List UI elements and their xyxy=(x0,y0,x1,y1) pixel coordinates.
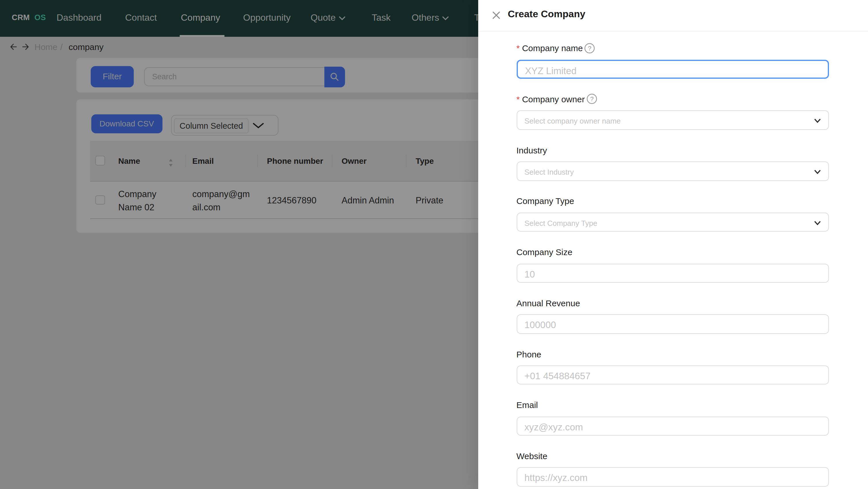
svg-text:?: ? xyxy=(588,45,591,52)
svg-text:?: ? xyxy=(590,96,593,103)
